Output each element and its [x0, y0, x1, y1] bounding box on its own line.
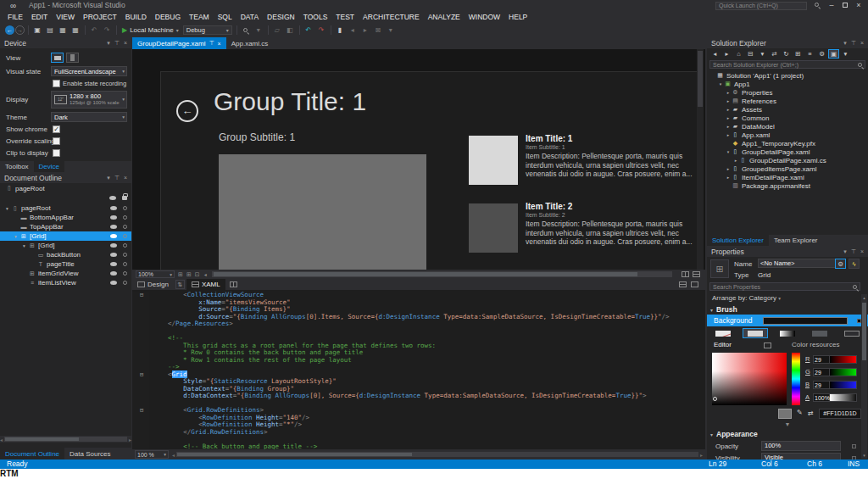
navigate-forward-code-icon[interactable]: ↷ [315, 25, 327, 36]
menu-project[interactable]: PROJECT [79, 11, 121, 24]
visibility-eye-icon[interactable] [110, 225, 117, 229]
lock-toggle-icon[interactable] [123, 206, 127, 210]
chevron-down-icon[interactable]: ▾ [843, 246, 847, 257]
code-line[interactable]: d:Source="{Binding AllGroups[0].Items, S… [153, 314, 705, 321]
solution-node[interactable]: ▸▯GroupedItemsPage.xaml [707, 164, 868, 173]
solution-node[interactable]: ▦Solution 'App1' (1 project) [707, 71, 868, 80]
tab-editor[interactable]: Editor [714, 341, 732, 348]
clip-to-display-checkbox[interactable] [53, 149, 60, 157]
restore-button[interactable] [839, 0, 851, 11]
menu-sql[interactable]: SQL [214, 11, 236, 24]
forward-icon[interactable]: ▸ [721, 49, 732, 58]
lock-toggle-icon[interactable] [123, 271, 127, 276]
designer-horizontal-scrollbar[interactable] [212, 271, 672, 277]
menu-edit[interactable]: EDIT [27, 11, 52, 24]
visibility-dropdown[interactable]: Visible▾ [761, 453, 841, 460]
show-chrome-checkbox[interactable]: ✓ [53, 125, 60, 133]
properties-wrench-icon[interactable]: ⚙ [835, 259, 846, 269]
item-grid-view[interactable]: Item Title: 1Item Subtitle: 1Item Descri… [469, 134, 694, 270]
group-title-text[interactable]: Group Title: 1 [214, 87, 366, 116]
solution-node[interactable]: ▸▯ItemDetailPage.xaml [707, 173, 868, 181]
clear-bookmarks-icon[interactable]: ⊠ [372, 25, 384, 36]
solution-search-input[interactable]: Search Solution Explorer (Ctrl+;) [709, 60, 865, 69]
grid-view-item[interactable]: Item Title: 2Item Subtitle: 2Item Descri… [469, 202, 694, 266]
panel-tab-solution-explorer[interactable]: Solution Explorer [707, 235, 769, 246]
visibility-eye-icon[interactable] [110, 206, 117, 210]
eyedropper-icon[interactable]: ✎ [797, 409, 803, 416]
background-color-well[interactable] [763, 317, 848, 325]
menu-architecture[interactable]: ARCHITECTURE [359, 11, 424, 24]
expander-icon[interactable]: ▸ [732, 158, 739, 163]
redo-icon[interactable]: ↷ [101, 25, 113, 36]
menu-team[interactable]: TEAM [185, 11, 214, 24]
close-icon[interactable]: × [218, 41, 221, 47]
open-folder-icon[interactable]: ▱ [271, 25, 283, 36]
events-lightning-icon[interactable]: ϟ [849, 259, 860, 269]
visibility-eye-icon[interactable] [110, 271, 117, 276]
code-line[interactable]: <!-- Back button and page title --> [153, 443, 705, 450]
code-line[interactable]: </Page.Resources> [153, 320, 705, 328]
solution-node[interactable]: ◆App1_TemporaryKey.pfx [707, 139, 868, 148]
lock-toggle-icon[interactable] [123, 281, 127, 285]
nav-backward-icon[interactable]: ← [5, 25, 14, 35]
close-icon[interactable]: × [124, 172, 127, 183]
solution-node[interactable]: ▸⚙Properties [707, 88, 868, 97]
minimize-button[interactable]: – [826, 0, 837, 11]
collapse-all-icon[interactable]: ⊟ [745, 49, 756, 58]
fold-collapse-icon[interactable]: ⊟ [140, 407, 147, 415]
tab-device[interactable]: Device [34, 161, 64, 172]
properties-icon[interactable]: ⚙ [816, 49, 827, 58]
lock-toggle-icon[interactable] [123, 243, 127, 248]
code-area[interactable]: <CollectionViewSource x:Name="itemsViewS… [153, 292, 705, 449]
channel-value[interactable]: 100% [813, 393, 830, 402]
chevron-down-icon[interactable]: ▾ [107, 172, 110, 183]
show-snap-grid-icon[interactable]: ⊞ [178, 270, 183, 279]
sync-icon[interactable]: ⇄ [769, 49, 780, 58]
outline-node[interactable]: ▾⊞[Grid] [0, 241, 131, 250]
grid-view-item[interactable]: Item Title: 1Item Subtitle: 1Item Descri… [469, 134, 694, 198]
state-recording-checkbox[interactable] [53, 80, 60, 87]
scroll-left-icon[interactable]: ◂ [0, 437, 3, 443]
code-line[interactable]: d:DataContext="{Binding AllGroups[0], So… [153, 393, 705, 400]
portrait-view-button[interactable] [66, 53, 79, 63]
pin-icon[interactable]: ⊤ [209, 40, 214, 47]
open-file-icon[interactable]: ▤ [44, 25, 56, 36]
visibility-eye-icon[interactable] [110, 243, 117, 248]
saturation-square[interactable] [712, 353, 787, 405]
outline-node[interactable]: ⊞itemGridView [0, 269, 131, 278]
designer-zoom-dropdown[interactable]: 100%▾ [136, 270, 175, 278]
vertical-split-toggle-icon[interactable] [230, 281, 237, 287]
expander-icon[interactable]: ▾ [725, 149, 732, 154]
chevron-down-icon[interactable]: ▾ [843, 37, 847, 48]
new-project-icon[interactable]: ▣ [31, 25, 43, 36]
panel-tab-team-explorer[interactable]: Team Explorer [769, 235, 823, 246]
expander-icon[interactable]: ▸ [725, 175, 732, 180]
solution-node[interactable]: ▾▣App1 [707, 80, 868, 88]
collapse-pane-icon[interactable] [691, 281, 698, 287]
panel-tab-document-outline[interactable]: Document Outline [0, 448, 64, 460]
close-icon[interactable]: × [860, 246, 864, 257]
properties-vertical-scrollbar[interactable]: ▴ ▾ [861, 294, 867, 459]
tile-brush-button[interactable] [807, 328, 832, 338]
start-debugging-button[interactable]: ▶Local Machine▾ [122, 26, 179, 34]
outline-horizontal-scrollbar[interactable]: ◂▸ [0, 436, 131, 443]
solution-configuration-combo[interactable]: Debug▾ [183, 25, 232, 35]
override-scaling-checkbox[interactable] [53, 137, 60, 145]
solution-node[interactable]: ▸▰Common [707, 114, 868, 122]
menu-file[interactable]: FILE [3, 11, 27, 24]
back-icon[interactable]: ◂ [709, 49, 721, 58]
back-button[interactable]: ← [176, 100, 198, 122]
outline-node[interactable]: ▾▯pageRoot [0, 203, 131, 213]
horizontal-split-toggle-icon[interactable] [679, 281, 687, 287]
close-icon[interactable]: × [860, 37, 864, 48]
channel-slider[interactable] [830, 355, 857, 364]
scroll-up-icon[interactable]: ▴ [861, 295, 867, 300]
expander-icon[interactable]: ▸ [725, 107, 732, 112]
menu-help[interactable]: HELP [504, 11, 531, 24]
lock-toggle-icon[interactable] [123, 262, 127, 266]
xaml-code-editor[interactable]: ⊟⊟⊟ <CollectionViewSource x:Name="itemsV… [132, 290, 705, 449]
refresh-icon[interactable]: ↻ [781, 49, 792, 58]
menu-window[interactable]: WINDOW [465, 11, 504, 24]
tab-xaml[interactable]: XAML [186, 279, 225, 290]
brush-section-header[interactable]: ▾Brush [710, 305, 737, 314]
